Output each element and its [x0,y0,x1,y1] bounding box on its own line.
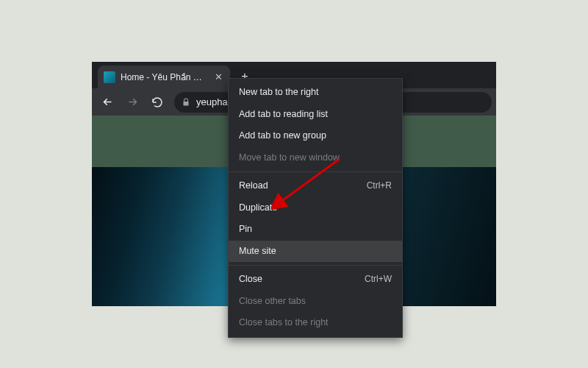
favicon-icon [104,71,115,83]
url-text: yeuphar [196,96,231,107]
forward-button[interactable] [121,91,143,113]
reload-icon [151,96,163,108]
menu-separator [229,265,402,266]
menu-add-new-group[interactable]: Add tab to new group [229,125,402,147]
menu-label: New tab to the right [239,86,318,99]
back-button[interactable] [96,91,118,113]
menu-close-other: Close other tabs [229,291,402,313]
tab-context-menu: New tab to the right Add tab to reading … [228,78,403,338]
tab-title: Home - Yêu Phần Cứng [121,72,207,82]
menu-label: Close tabs to the right [239,316,329,330]
menu-shortcut: Ctrl+R [367,180,392,192]
menu-label: Add tab to reading list [239,108,328,121]
menu-pin[interactable]: Pin [229,219,402,241]
menu-new-tab-right[interactable]: New tab to the right [229,82,402,104]
menu-label: Mute site [239,245,276,258]
reload-button[interactable] [146,91,168,113]
menu-label: Pin [239,223,252,236]
menu-label: Close other tabs [239,295,306,308]
menu-label: Add tab to new group [239,130,326,143]
menu-separator [229,171,402,172]
menu-label: Close [239,273,262,286]
menu-close[interactable]: CloseCtrl+W [229,269,402,291]
browser-tab[interactable]: Home - Yêu Phần Cứng ✕ [98,66,230,88]
menu-mute-site[interactable]: Mute site [229,241,402,263]
close-icon[interactable]: ✕ [212,71,224,82]
menu-close-right: Close tabs to the right [229,312,402,334]
menu-move-new-window: Move tab to new window [229,147,402,169]
arrow-left-icon [101,96,114,108]
menu-label: Reload [239,180,268,193]
menu-label: Duplicate [239,202,277,215]
menu-label: Move tab to new window [239,152,340,165]
menu-add-reading-list[interactable]: Add tab to reading list [229,104,402,126]
arrow-right-icon [126,96,139,108]
menu-duplicate[interactable]: Duplicate [229,197,402,219]
menu-shortcut: Ctrl+W [365,273,392,286]
menu-reload[interactable]: ReloadCtrl+R [229,175,402,197]
lock-icon [182,98,190,107]
